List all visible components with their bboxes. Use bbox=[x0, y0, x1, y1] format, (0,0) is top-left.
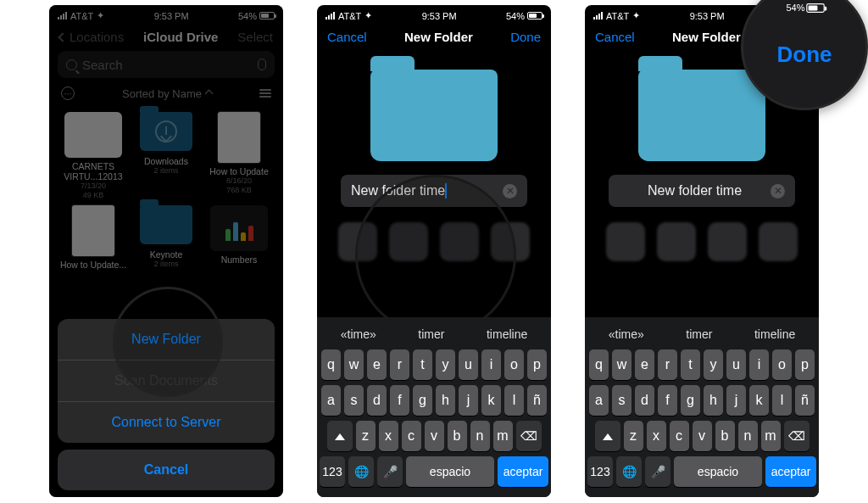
text-cursor bbox=[445, 183, 447, 198]
suggestion[interactable]: «time» bbox=[336, 326, 381, 343]
key-l[interactable]: l bbox=[504, 385, 524, 416]
key-z[interactable]: z bbox=[356, 421, 376, 451]
key-m[interactable]: m bbox=[761, 421, 781, 451]
suggestion[interactable]: timeline bbox=[749, 326, 800, 343]
mic-key[interactable]: 🎤 bbox=[377, 456, 403, 487]
mic-key[interactable]: 🎤 bbox=[645, 456, 670, 487]
key-k[interactable]: k bbox=[749, 385, 769, 416]
key-c[interactable]: c bbox=[402, 421, 421, 451]
key-o[interactable]: o bbox=[772, 349, 792, 380]
key-g[interactable]: g bbox=[681, 385, 700, 416]
key-n[interactable]: n bbox=[470, 421, 490, 451]
key-ñ[interactable]: ñ bbox=[527, 385, 547, 416]
key-x[interactable]: x bbox=[647, 421, 666, 451]
key-e[interactable]: e bbox=[367, 349, 387, 380]
accept-key[interactable]: aceptar bbox=[498, 456, 548, 487]
globe-key[interactable]: 🌐 bbox=[348, 456, 374, 487]
key-l[interactable]: l bbox=[772, 385, 792, 416]
scan-documents-button[interactable]: Scan Documents bbox=[58, 360, 275, 401]
key-i[interactable]: i bbox=[481, 349, 501, 380]
folder-name-input[interactable]: New folder time ✕ bbox=[341, 175, 527, 207]
key-m[interactable]: m bbox=[493, 421, 513, 451]
key-u[interactable]: u bbox=[459, 349, 478, 380]
key-r[interactable]: r bbox=[658, 349, 677, 380]
key-w[interactable]: w bbox=[612, 349, 632, 380]
cancel-button[interactable]: Cancel bbox=[327, 30, 367, 44]
key-n[interactable]: n bbox=[738, 421, 758, 451]
key-s[interactable]: s bbox=[344, 385, 364, 416]
key-p[interactable]: p bbox=[527, 349, 547, 380]
key-e[interactable]: e bbox=[635, 349, 654, 380]
background-items bbox=[585, 222, 819, 261]
key-z[interactable]: z bbox=[624, 421, 643, 451]
key-h[interactable]: h bbox=[436, 385, 455, 416]
suggestion-bar: «time» timer timeline bbox=[320, 321, 548, 349]
key-t[interactable]: t bbox=[681, 349, 700, 380]
space-key[interactable]: espacio bbox=[674, 456, 762, 487]
nav-bar: Cancel New Folder Done bbox=[317, 23, 551, 51]
key-q[interactable]: q bbox=[589, 349, 609, 380]
key-row: asdfghjklñ bbox=[587, 385, 816, 416]
key-r[interactable]: r bbox=[390, 349, 409, 380]
space-key[interactable]: espacio bbox=[406, 456, 494, 487]
key-w[interactable]: w bbox=[344, 349, 364, 380]
suggestion[interactable]: timer bbox=[681, 326, 717, 343]
suggestion[interactable]: «time» bbox=[604, 326, 649, 343]
key-a[interactable]: a bbox=[589, 385, 609, 416]
folder-icon bbox=[370, 70, 498, 161]
shift-key[interactable] bbox=[595, 421, 620, 451]
backspace-key[interactable]: ⌫ bbox=[784, 421, 810, 451]
key-ñ[interactable]: ñ bbox=[795, 385, 815, 416]
status-bar: AT&T✦ 9:53 PM 54% bbox=[317, 5, 551, 23]
key-t[interactable]: t bbox=[413, 349, 432, 380]
connect-server-button[interactable]: Connect to Server bbox=[58, 401, 275, 443]
done-label: Done bbox=[777, 42, 832, 68]
key-row: zxcvbnm ⌫ bbox=[320, 421, 548, 451]
clear-icon[interactable]: ✕ bbox=[503, 184, 517, 198]
new-folder-button[interactable]: New Folder bbox=[58, 319, 275, 360]
key-s[interactable]: s bbox=[612, 385, 632, 416]
key-row: qwertyuiop bbox=[587, 349, 816, 380]
numbers-key[interactable]: 123 bbox=[320, 456, 345, 487]
key-j[interactable]: j bbox=[459, 385, 478, 416]
key-c[interactable]: c bbox=[670, 421, 689, 451]
suggestion[interactable]: timer bbox=[413, 326, 449, 343]
nav-title: New Folder bbox=[672, 30, 741, 44]
suggestion-bar: «time» timer timeline bbox=[587, 321, 816, 349]
key-h[interactable]: h bbox=[704, 385, 723, 416]
key-v[interactable]: v bbox=[425, 421, 444, 451]
nav-title: New Folder bbox=[404, 30, 473, 44]
key-b[interactable]: b bbox=[448, 421, 467, 451]
suggestion[interactable]: timeline bbox=[481, 326, 532, 343]
key-f[interactable]: f bbox=[658, 385, 677, 416]
key-j[interactable]: j bbox=[726, 385, 746, 416]
key-v[interactable]: v bbox=[693, 421, 712, 451]
key-d[interactable]: d bbox=[367, 385, 387, 416]
numbers-key[interactable]: 123 bbox=[587, 456, 613, 487]
key-y[interactable]: y bbox=[704, 349, 723, 380]
cancel-button[interactable]: Cancel bbox=[595, 30, 635, 44]
key-a[interactable]: a bbox=[321, 385, 341, 416]
key-g[interactable]: g bbox=[413, 385, 432, 416]
key-d[interactable]: d bbox=[635, 385, 654, 416]
key-b[interactable]: b bbox=[715, 421, 735, 451]
globe-key[interactable]: 🌐 bbox=[616, 456, 642, 487]
backspace-key[interactable]: ⌫ bbox=[516, 421, 542, 451]
accept-key[interactable]: aceptar bbox=[765, 456, 816, 487]
folder-icon bbox=[638, 70, 765, 161]
clear-icon[interactable]: ✕ bbox=[771, 184, 785, 198]
folder-name-input[interactable]: New folder time ✕ bbox=[609, 175, 795, 207]
done-button[interactable]: Done bbox=[510, 30, 541, 44]
shift-key[interactable] bbox=[327, 421, 353, 451]
key-u[interactable]: u bbox=[726, 349, 746, 380]
key-k[interactable]: k bbox=[481, 385, 501, 416]
background-items bbox=[317, 222, 551, 261]
key-p[interactable]: p bbox=[795, 349, 815, 380]
key-y[interactable]: y bbox=[436, 349, 455, 380]
key-q[interactable]: q bbox=[321, 349, 341, 380]
key-o[interactable]: o bbox=[504, 349, 524, 380]
key-f[interactable]: f bbox=[390, 385, 409, 416]
key-i[interactable]: i bbox=[749, 349, 769, 380]
key-x[interactable]: x bbox=[379, 421, 398, 451]
cancel-button[interactable]: Cancel bbox=[58, 450, 275, 490]
